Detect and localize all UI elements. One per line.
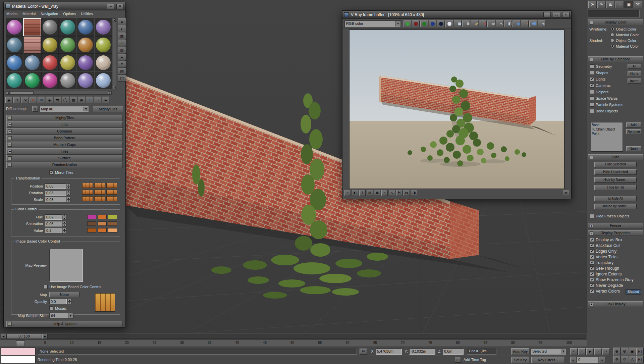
material-sample-slot[interactable] bbox=[41, 54, 59, 71]
none-list-button[interactable]: None bbox=[626, 146, 641, 151]
time-slider-handle[interactable]: 0 / 100 bbox=[6, 334, 42, 339]
checkbox[interactable] bbox=[590, 90, 594, 94]
checkbox[interactable] bbox=[590, 71, 594, 75]
rollout-freeze[interactable]: +Freeze bbox=[588, 223, 643, 228]
checkbox[interactable] bbox=[49, 306, 53, 310]
vfb-curve-icon[interactable]: ∿ bbox=[389, 190, 395, 196]
vfb-mono-icon[interactable]: ▨ bbox=[367, 190, 373, 196]
add-time-tag[interactable]: Add Time Tag bbox=[464, 358, 486, 362]
checkbox[interactable] bbox=[590, 261, 594, 265]
checkbox[interactable] bbox=[49, 170, 53, 174]
next-frame-arrow[interactable]: ▶ bbox=[42, 334, 48, 339]
material-sample-slot[interactable] bbox=[59, 36, 76, 54]
material-sample-slot[interactable] bbox=[59, 18, 76, 36]
spinner[interactable]: ▲▼ bbox=[67, 197, 70, 202]
material-map-navigator-icon[interactable]: ◫ bbox=[118, 75, 126, 82]
orbit-icon[interactable]: ↻ bbox=[621, 356, 628, 363]
material-id-channel-icon[interactable]: ◯ bbox=[62, 97, 69, 103]
make-unique-icon[interactable]: ◈ bbox=[46, 97, 53, 103]
rollout-bar[interactable]: + Info bbox=[6, 121, 123, 128]
vfb-alpha-icon[interactable]: ◧ bbox=[352, 190, 358, 196]
use-image-based-row[interactable]: Use Image Based Color Control bbox=[44, 285, 101, 289]
material-sample-slot[interactable] bbox=[95, 18, 112, 36]
material-sample-slot[interactable] bbox=[23, 18, 41, 36]
y-coordinate-field[interactable]: -0,1032m bbox=[409, 349, 435, 355]
close-button[interactable]: ✕ bbox=[116, 4, 124, 9]
spinner[interactable]: ▲▼ bbox=[67, 184, 70, 189]
display-property-row[interactable]: Never Degrade bbox=[588, 282, 643, 288]
vfb-compare-icon[interactable]: ⋈ bbox=[404, 190, 410, 196]
all-button[interactable]: All bbox=[628, 64, 641, 69]
select-by-material-icon[interactable]: ▤ bbox=[118, 68, 126, 74]
vfb-stamp-icon[interactable]: ▪ bbox=[344, 190, 351, 196]
spinner[interactable]: ▲▼ bbox=[63, 221, 66, 226]
display-property-row[interactable]: Ignore Extents bbox=[588, 271, 643, 277]
assign-material-icon[interactable]: ⇲ bbox=[21, 97, 29, 103]
pan-icon[interactable]: ✥ bbox=[613, 356, 621, 363]
material-sample-slot[interactable] bbox=[77, 72, 94, 89]
checkbox[interactable] bbox=[590, 77, 594, 81]
add-button[interactable]: Add bbox=[626, 122, 641, 127]
rollout-display-properties[interactable]: -Display Properties bbox=[588, 230, 643, 236]
material-sample-slot[interactable] bbox=[6, 18, 23, 36]
material-sample-slot[interactable] bbox=[77, 54, 94, 71]
region-render-icon[interactable]: ▭ bbox=[487, 20, 495, 27]
red-channel-icon[interactable] bbox=[412, 20, 420, 27]
list-item[interactable]: IK Chain Object bbox=[592, 127, 622, 132]
category-object-list[interactable]: BoneIK Chain ObjectPoint bbox=[591, 122, 623, 152]
rollout-bar[interactable]: + Surface bbox=[6, 155, 123, 161]
rgb-channels-icon[interactable] bbox=[404, 20, 411, 27]
get-material-icon[interactable]: ◉ bbox=[5, 97, 13, 103]
mosaic-row[interactable]: Mosaic bbox=[49, 306, 67, 310]
value-field[interactable]: 0,02 bbox=[45, 214, 62, 220]
display-property-row[interactable]: Show Frozen in Gray bbox=[588, 277, 643, 282]
value-field[interactable]: 0,3 bbox=[45, 228, 62, 233]
scrollbar-thumb[interactable] bbox=[10, 91, 34, 94]
set-key-button[interactable]: Set Key bbox=[511, 357, 529, 363]
close-button[interactable]: ✕ bbox=[562, 12, 570, 17]
clear-image-icon[interactable]: ✕ bbox=[479, 20, 487, 27]
show-corrections-icon[interactable]: ∿ bbox=[538, 20, 545, 27]
display-color-option[interactable]: Shaded: Object Color bbox=[588, 38, 643, 43]
vfb-info-icon[interactable]: i bbox=[359, 190, 366, 196]
unhide-button[interactable]: Unhide All bbox=[594, 196, 637, 201]
rollout-bar[interactable]: + Common bbox=[6, 128, 123, 135]
material-sample-slot[interactable] bbox=[23, 36, 41, 54]
checkbox[interactable] bbox=[590, 214, 594, 218]
go-to-start-button[interactable]: « bbox=[570, 348, 578, 355]
display-property-row[interactable]: Trajectory bbox=[588, 260, 643, 265]
checkbox[interactable] bbox=[590, 278, 594, 282]
material-editor-titlebar[interactable]: Material Editor - wall_vray – ✕ bbox=[4, 2, 125, 10]
map-texture-thumbnail[interactable] bbox=[95, 293, 115, 312]
x-coordinate-field[interactable]: 5,47638m bbox=[376, 349, 402, 355]
pick-material-icon[interactable]: ✎ bbox=[32, 106, 38, 112]
tab-motion[interactable]: ◔ bbox=[615, 1, 624, 8]
checkbox[interactable] bbox=[590, 109, 594, 113]
color-clamp-icon[interactable]: ◧ bbox=[504, 20, 512, 27]
sample-uv-tiling-icon[interactable]: ⊞ bbox=[118, 40, 126, 46]
radio-button[interactable] bbox=[610, 39, 614, 42]
maxscript-mini-listener[interactable] bbox=[1, 356, 36, 363]
checkbox[interactable] bbox=[590, 64, 594, 68]
previous-key-button[interactable]: « bbox=[570, 357, 576, 363]
spinner[interactable]: ▲▼ bbox=[68, 299, 71, 304]
rollout-randomization[interactable]: - Randomization bbox=[6, 162, 123, 168]
material-sample-slot[interactable] bbox=[6, 36, 23, 54]
display-color-option[interactable]: Wireframe: Object Color bbox=[588, 26, 643, 32]
material-sample-slot[interactable] bbox=[77, 36, 94, 54]
hide-button[interactable]: Hide by Hit bbox=[594, 185, 637, 190]
material-sample-slot[interactable] bbox=[41, 18, 59, 36]
remove-button[interactable]: Remove bbox=[626, 129, 641, 134]
sample-type-icon[interactable]: ● bbox=[118, 18, 126, 25]
vfb-colors-icon[interactable]: ▦ bbox=[374, 190, 380, 196]
checkbox[interactable] bbox=[590, 103, 594, 107]
srgb-icon[interactable]: AB bbox=[529, 20, 537, 27]
radio-button[interactable] bbox=[610, 33, 614, 37]
hide-button[interactable]: Hide Selected bbox=[594, 162, 637, 167]
rollout-display-color[interactable]: -Display Color bbox=[588, 19, 643, 25]
category-checkbox-row[interactable]: Bone Objects bbox=[588, 108, 643, 114]
list-item[interactable]: Bone bbox=[592, 123, 622, 127]
show-map-in-viewport-icon[interactable]: ▦ bbox=[70, 97, 77, 103]
track-bar[interactable]: 0510152025303540455055606570758085909510… bbox=[0, 340, 587, 347]
material-sample-slot[interactable] bbox=[23, 72, 41, 89]
